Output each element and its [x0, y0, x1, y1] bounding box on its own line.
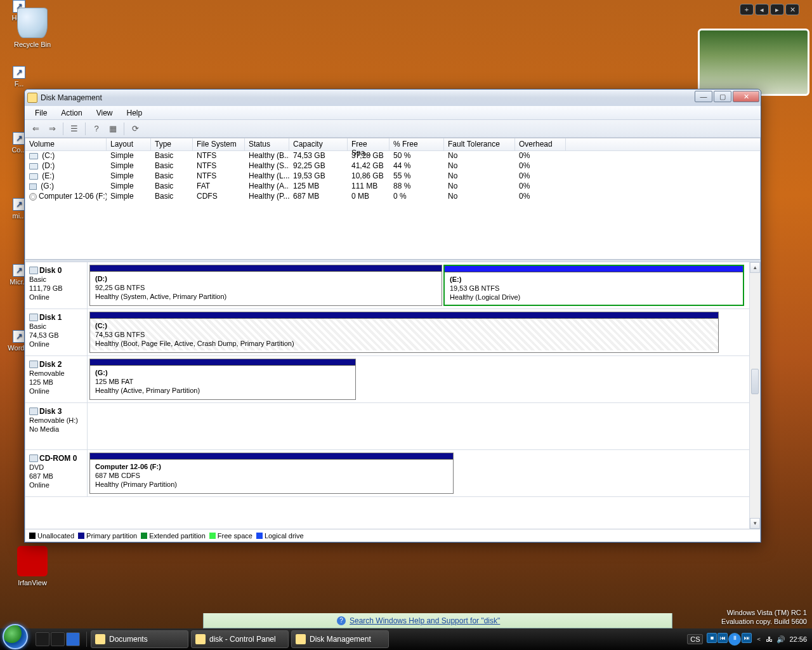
desktop-shortcut[interactable]: ↗F...	[0, 66, 38, 88]
recycle-bin-label: Recycle Bin	[8, 41, 57, 48]
toolbar-button-3[interactable]: ?	[89, 123, 103, 135]
taskbar-task[interactable]: Disk Management	[291, 630, 389, 648]
taskbar-tasks: Documentsdisk - Control PanelDisk Manage…	[89, 630, 390, 648]
maximize-button[interactable]: ▢	[714, 91, 731, 102]
volume-row[interactable]: (G:) Simple Basic FAT Healthy (A... 125 …	[25, 182, 760, 192]
scroll-down-button[interactable]: ▾	[750, 518, 760, 529]
disk-row: Disk 2Removable125 MBOnline (G:)125 MB F…	[25, 356, 760, 403]
volume-row[interactable]: (E:) Simple Basic NTFS Healthy (L... 19,…	[25, 171, 760, 182]
menu-action[interactable]: Action	[55, 107, 88, 119]
menu-help[interactable]: Help	[121, 107, 149, 119]
toolbar-button-5[interactable]: ⟳	[128, 123, 142, 135]
recycle-bin[interactable]: Recycle Bin	[8, 8, 57, 48]
sidebar-slideshow-gadget[interactable]	[698, 29, 809, 96]
volume-row[interactable]: Computer 12-06 (F:) Simple Basic CDFS He…	[25, 192, 760, 202]
gadget-control[interactable]: ◂	[755, 4, 769, 15]
tray-expand-icon[interactable]: ＜	[756, 635, 762, 644]
column-header[interactable]: Overhead	[515, 138, 566, 150]
volume-row[interactable]: (D:) Simple Basic NTFS Healthy (S... 92,…	[25, 161, 760, 171]
scroll-thumb[interactable]	[751, 369, 759, 394]
minimize-button[interactable]: —	[695, 91, 712, 102]
column-header[interactable]: File System	[193, 138, 245, 150]
ql-show-desktop[interactable]	[36, 632, 49, 646]
volume-list-body: (C:) Simple Basic NTFS Healthy (B... 74,…	[25, 151, 760, 259]
column-header[interactable]: Layout	[107, 138, 151, 150]
volume-list-header: VolumeLayoutTypeFile SystemStatusCapacit…	[25, 138, 760, 151]
partition[interactable]: (E:)19,53 GB NTFSHealthy (Logical Drive)	[443, 265, 744, 306]
partition-color-bar	[90, 312, 718, 319]
shortcut-arrow-icon: ↗	[13, 132, 25, 145]
toolbar-button-0[interactable]: ⇐	[29, 123, 43, 135]
gadget-control[interactable]: ✕	[785, 4, 799, 15]
volume-row[interactable]: (C:) Simple Basic NTFS Healthy (B... 74,…	[25, 151, 760, 161]
graphical-view: ▴ ▾ Disk 0Basic111,79 GBOnline (D:)92,25…	[25, 262, 761, 529]
toolbar-button-4[interactable]: ▦	[106, 123, 120, 135]
disk-row: CD-ROM 0DVD687 MBOnline Computer 12-06 (…	[25, 450, 760, 497]
disk-partitions: (C:)74,53 GB NTFSHealthy (Boot, Page Fil…	[88, 309, 749, 355]
watermark-line1: Windows Vista (TM) RC 1	[721, 608, 807, 617]
column-header[interactable]: Fault Tolerance	[444, 138, 515, 150]
scroll-up-button[interactable]: ▴	[750, 262, 760, 273]
scrollbar[interactable]: ▴ ▾	[749, 262, 760, 529]
column-header[interactable]: Free Spa...	[348, 138, 390, 150]
start-button[interactable]	[3, 624, 28, 649]
disk-row: Disk 0Basic111,79 GBOnline (D:)92,25 GB …	[25, 262, 760, 309]
media-stop[interactable]: ■	[707, 633, 717, 643]
column-header[interactable]: Capacity	[289, 138, 348, 150]
partition[interactable]: (C:)74,53 GB NTFSHealthy (Boot, Page Fil…	[89, 312, 719, 353]
taskbar-clock[interactable]: 22:56	[789, 635, 807, 643]
legend: UnallocatedPrimary partitionExtended par…	[25, 529, 761, 542]
disk-info[interactable]: Disk 0Basic111,79 GBOnline	[25, 262, 88, 308]
disk-info[interactable]: Disk 1Basic74,53 GBOnline	[25, 309, 88, 355]
toolbar-button-1[interactable]: ⇒	[45, 123, 59, 135]
column-header[interactable]: Volume	[25, 138, 107, 150]
column-header[interactable]: % Free	[390, 138, 444, 150]
media-controls: ■ ⏮ ⏸ ⏭	[707, 633, 752, 646]
media-next[interactable]: ⏭	[742, 633, 752, 643]
menu-view[interactable]: View	[90, 107, 119, 119]
media-play[interactable]: ⏸	[728, 633, 741, 646]
gadget-control[interactable]: +	[740, 4, 754, 15]
tray-network-icon[interactable]: 🖧	[766, 635, 773, 643]
shortcut-arrow-icon: ↗	[13, 264, 25, 277]
disk-info[interactable]: Disk 3Removable (H:)No Media	[25, 403, 88, 449]
irfanview-shortcut[interactable]: IrfanView	[8, 546, 57, 587]
ql-switch-windows[interactable]	[51, 632, 65, 646]
tray-volume-icon[interactable]: 🔊	[776, 635, 785, 644]
quick-launch	[32, 632, 84, 646]
shortcut-arrow-icon: ↗	[13, 66, 25, 79]
disk-partitions: (D:)92,25 GB NTFSHealthy (System, Active…	[88, 262, 749, 308]
titlebar[interactable]: Disk Management — ▢ ✕	[25, 90, 761, 106]
watermark: Windows Vista (TM) RC 1 Evaluation copy.…	[721, 608, 807, 626]
column-header[interactable]: Type	[151, 138, 193, 150]
irfanview-label: IrfanView	[8, 579, 57, 587]
partition[interactable]: (D:)92,25 GB NTFSHealthy (System, Active…	[89, 265, 442, 306]
close-button[interactable]: ✕	[733, 91, 759, 102]
partition-color-bar	[90, 453, 453, 460]
partition[interactable]: (G:)125 MB FATHealthy (Active, Primary P…	[89, 359, 356, 400]
toolbar-button-2[interactable]: ☰	[67, 123, 81, 135]
disk-management-window: Disk Management — ▢ ✕ FileActionViewHelp…	[24, 89, 761, 543]
disk-partitions	[88, 403, 749, 449]
disk-info[interactable]: Disk 2Removable125 MBOnline	[25, 356, 88, 402]
ql-ie[interactable]	[66, 632, 80, 646]
sidebar-gadget-controls: +◂▸✕	[740, 4, 799, 15]
taskbar-task[interactable]: Documents	[91, 630, 188, 648]
menu-file[interactable]: File	[29, 107, 53, 119]
media-prev[interactable]: ⏮	[717, 633, 728, 643]
partition[interactable]: Computer 12-06 (F:)687 MB CDFSHealthy (P…	[89, 453, 454, 494]
help-icon: ?	[337, 616, 346, 625]
taskbar-task[interactable]: disk - Control Panel	[191, 630, 289, 648]
shortcut-arrow-icon: ↗	[13, 330, 25, 343]
language-indicator[interactable]: CS	[687, 634, 703, 644]
task-icon	[195, 634, 206, 644]
disk-info[interactable]: CD-ROM 0DVD687 MBOnline	[25, 450, 88, 496]
column-header[interactable]: Status	[245, 138, 289, 150]
gadget-control[interactable]: ▸	[770, 4, 784, 15]
disk-partitions: Computer 12-06 (F:)687 MB CDFSHealthy (P…	[88, 450, 749, 496]
disk-row: Disk 1Basic74,53 GBOnline (C:)74,53 GB N…	[25, 309, 760, 356]
disk-partitions: (G:)125 MB FATHealthy (Active, Primary P…	[88, 356, 749, 402]
task-icon	[296, 634, 306, 644]
help-search-strip[interactable]: ? Search Windows Help and Support for "d…	[203, 613, 672, 628]
irfanview-icon	[17, 546, 48, 576]
